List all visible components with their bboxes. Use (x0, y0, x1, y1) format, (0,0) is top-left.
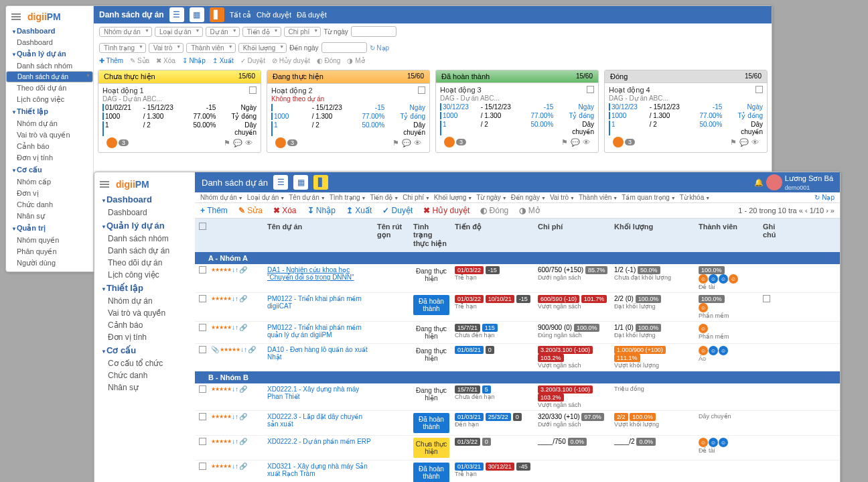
flag-icon[interactable]: ⚑ (392, 139, 399, 147)
kanban-card[interactable]: Hoạt động 2 Không theo dự án - 15/12/23-… (267, 84, 429, 152)
nav-group[interactable]: Thiết lập (6, 105, 93, 118)
sidebar-item[interactable]: Danh sách dự án (94, 245, 195, 257)
toolbar-button[interactable]: ↧ Nhập (182, 57, 206, 64)
chat-icon[interactable]: 💬 (233, 139, 242, 147)
filter-select[interactable]: Từ ngày (476, 194, 506, 201)
view-grid-icon[interactable]: ▦ (190, 7, 204, 22)
sidebar-item[interactable]: Vai trò và quyền (6, 129, 93, 141)
action-button[interactable]: + Thêm (200, 206, 228, 215)
filter-select[interactable]: Thành viên (579, 194, 618, 201)
to-date[interactable] (321, 42, 367, 53)
sidebar-item[interactable]: Phân quyền (6, 246, 93, 257)
sidebar-item[interactable]: Danh sách dự án (6, 71, 93, 82)
view-list-icon[interactable]: ☰ (273, 175, 288, 190)
filter-select[interactable]: Tình trạng (99, 43, 146, 53)
filter-select[interactable]: Tầm quan trọng (622, 194, 675, 201)
eye-icon[interactable]: 👁 (245, 139, 252, 147)
sidebar-item[interactable]: Lịch công việc (6, 94, 93, 105)
card-checkbox[interactable] (249, 86, 257, 94)
tab-all[interactable]: Tất cả (230, 11, 251, 19)
member-avatar-icon[interactable]: ☺ (719, 274, 728, 278)
sidebar-item[interactable]: Cảnh báo (6, 141, 93, 152)
member-avatar-icon[interactable]: ☺ (699, 274, 708, 278)
action-button[interactable]: ↥ Xuất (346, 206, 372, 215)
nav-group[interactable]: Quản lý dự án (94, 219, 195, 233)
sidebar-item[interactable]: Theo dõi dự án (94, 257, 195, 269)
flag-icon[interactable]: ⚑ (730, 138, 737, 147)
sidebar-item[interactable]: Theo dõi dự án (6, 82, 93, 94)
filter-select[interactable]: Chi phí (403, 194, 430, 201)
column-header[interactable]: Thành viên (697, 223, 759, 248)
column-header[interactable] (198, 223, 207, 248)
menu-icon[interactable] (100, 180, 109, 189)
column-header[interactable] (210, 223, 263, 248)
toolbar-button[interactable]: ⊘ Hủy duyệt (272, 57, 310, 64)
action-button[interactable]: ↧ Nhập (307, 206, 336, 215)
action-button[interactable]: ✓ Duyệt (382, 206, 413, 215)
nav-group[interactable]: Dashboard (6, 25, 93, 37)
filter-select[interactable]: Vai trò (149, 43, 184, 53)
nav-group[interactable]: Quản trị (6, 222, 93, 235)
card-checkbox[interactable] (587, 86, 594, 93)
sidebar-item[interactable]: Nhân sự (6, 210, 93, 222)
column-header[interactable]: Tên rút gọn (376, 223, 409, 248)
filter-select[interactable]: Thành viên (186, 43, 235, 53)
filter-select[interactable]: Đến ngày (511, 194, 546, 201)
chat-icon[interactable]: 💬 (402, 139, 411, 147)
filter-select[interactable]: Tiến độ (370, 194, 399, 201)
sidebar-item[interactable]: Dashboard (94, 206, 195, 219)
flag-icon[interactable]: ⚑ (561, 138, 568, 147)
filter-select[interactable]: Loại dự án (155, 27, 203, 37)
eye-icon[interactable]: 👁 (583, 138, 590, 147)
reload-button[interactable]: ↻ Nạp (370, 44, 390, 52)
sidebar-item[interactable]: Đơn vị (6, 188, 93, 199)
action-button[interactable]: ◑ Mở (519, 206, 539, 215)
action-button[interactable]: ✎ Sửa (238, 206, 263, 215)
menu-icon[interactable] (11, 12, 21, 21)
chat-icon[interactable]: 💬 (571, 138, 580, 147)
toolbar-button[interactable]: ✚ Thêm (99, 57, 123, 64)
toolbar-button[interactable]: ✓ Duyệt (240, 57, 265, 64)
member-avatar-icon[interactable]: ☺ (709, 274, 718, 278)
sidebar-item[interactable]: Nhóm dự án (6, 118, 93, 129)
filter-select[interactable]: Tình trạng (330, 194, 366, 201)
filter-select[interactable]: Nhóm dự án (200, 194, 243, 201)
nav-group[interactable]: Quản lý dự án (6, 48, 93, 60)
sidebar-item[interactable]: Người dùng (6, 257, 93, 269)
tab-approved[interactable]: Đã duyệt (297, 11, 327, 19)
filter-select[interactable]: Dự án (206, 27, 240, 37)
member-avatar-icon[interactable]: ☺ (729, 274, 738, 278)
toolbar-button[interactable]: ◐ Đóng (317, 57, 341, 64)
card-checkbox[interactable] (755, 86, 763, 93)
reload-button[interactable]: ↻ Nạp (814, 194, 835, 201)
view-list-icon[interactable]: ☰ (169, 7, 184, 22)
action-button[interactable]: ✖ Xóa (273, 206, 297, 215)
column-header[interactable]: Tiến độ (453, 223, 534, 248)
column-header[interactable]: Ghi chú (762, 223, 788, 248)
filter-select[interactable]: Loại dự án (247, 194, 285, 201)
sort-icon[interactable]: ↓↑ (232, 266, 238, 274)
kanban-card[interactable]: Hoạt động 4 DAG - Dự án ABC... 30/12/23-… (605, 83, 767, 152)
filter-select[interactable]: Khối lượng (238, 43, 287, 53)
row-checkbox[interactable] (199, 266, 206, 274)
sidebar-item[interactable]: Lịch công việc (94, 269, 195, 278)
toolbar-button[interactable]: ◑ Mở (347, 57, 364, 64)
sidebar-item[interactable]: Dashboard (6, 37, 93, 48)
toolbar-button[interactable]: ✖ Xóa (156, 57, 175, 64)
nav-group[interactable]: Cơ cấu (6, 164, 93, 176)
toolbar-button[interactable]: ✎ Sửa (130, 57, 149, 64)
filter-select[interactable]: Tiến độ (242, 27, 281, 37)
eye-icon[interactable]: 👁 (414, 139, 421, 147)
action-button[interactable]: ✖ Hủy duyệt (423, 206, 469, 215)
eye-icon[interactable]: 👁 (751, 138, 759, 147)
action-button[interactable]: ◐ Đóng (480, 206, 508, 215)
nav-group[interactable]: Dashboard (94, 192, 195, 206)
kanban-card[interactable]: Hoạt động 1 DAG - Dự án ABC... 01/02/21-… (98, 84, 261, 152)
view-grid-icon[interactable]: ▦ (293, 175, 308, 190)
filter-select[interactable]: Tên dự án (289, 194, 325, 201)
filter-select[interactable]: Khối lượng (434, 194, 472, 201)
sidebar-item[interactable]: Chức danh (6, 199, 93, 210)
sidebar-item[interactable]: Danh sách nhóm (6, 60, 93, 71)
filter-select[interactable]: Vai trò (550, 194, 575, 201)
filter-select[interactable]: Nhóm dự án (99, 27, 152, 37)
